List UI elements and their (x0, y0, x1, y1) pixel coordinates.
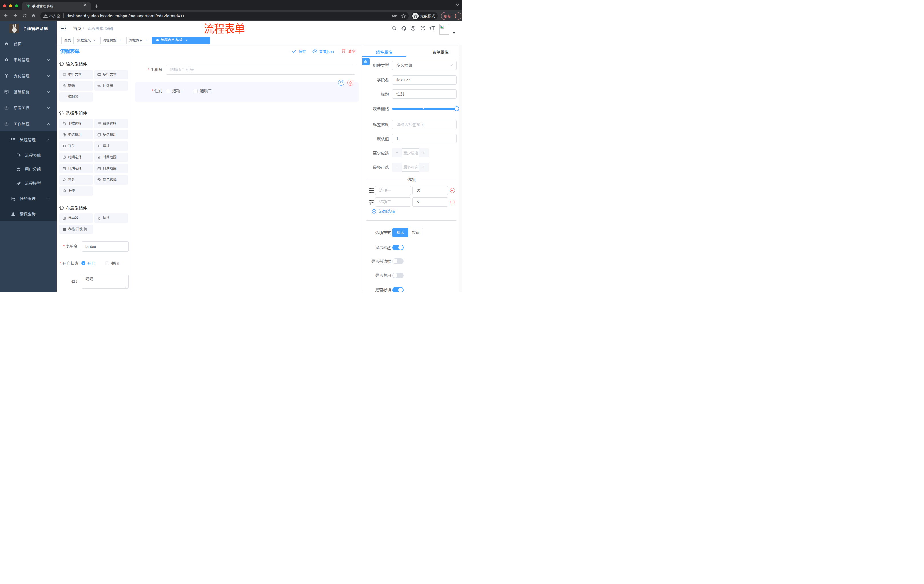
svg-text:123: 123 (97, 84, 101, 86)
